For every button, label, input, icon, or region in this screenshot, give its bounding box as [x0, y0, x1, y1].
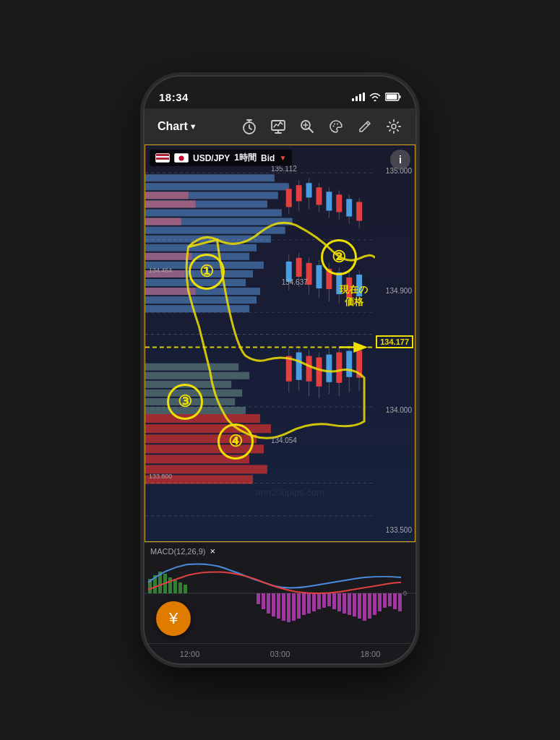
svg-rect-68 [316, 265, 322, 288]
svg-text:134.054: 134.054 [271, 436, 297, 444]
price-label-134637: 134.900 [378, 287, 412, 295]
svg-rect-137 [358, 593, 361, 619]
pencil-button[interactable] [352, 113, 378, 139]
svg-rect-116 [184, 585, 187, 593]
svg-text:134.464: 134.464 [149, 267, 172, 274]
timer-button[interactable] [236, 113, 262, 139]
current-price-value: 134.177 [380, 337, 409, 346]
phone-frame: 18:34 [145, 77, 415, 663]
svg-rect-11 [145, 183, 289, 190]
current-price-annotation: 現在の価格 [340, 284, 368, 309]
time-axis: 12:00 03:00 18:00 [145, 643, 415, 663]
status-icons [352, 92, 401, 101]
annotation-4: ④ [217, 423, 254, 460]
svg-rect-114 [173, 580, 177, 593]
chart-svg: 135.112 134.637 134.054 134.464 133.800 [145, 145, 375, 541]
fab-icon: ¥ [169, 609, 178, 628]
time-label-0300: 03:00 [270, 650, 290, 658]
svg-point-6 [333, 125, 335, 126]
svg-rect-82 [306, 356, 312, 382]
status-bar: 18:34 [145, 77, 415, 108]
svg-rect-127 [307, 593, 311, 614]
svg-rect-117 [257, 593, 260, 604]
watermark: ann200pips.com [256, 487, 324, 498]
svg-rect-39 [145, 424, 271, 433]
zoom-icon [299, 119, 315, 134]
flag-us-icon [155, 153, 170, 163]
svg-text:0: 0 [403, 590, 407, 597]
annotation-3-text: ③ [178, 392, 192, 411]
fab-yen-button[interactable]: ¥ [156, 601, 191, 636]
svg-rect-60 [356, 202, 362, 220]
symbol-timeframe: 1時間 [234, 152, 257, 164]
palette-button[interactable] [323, 113, 349, 139]
svg-rect-58 [346, 199, 352, 216]
timer-icon [241, 119, 257, 134]
svg-rect-129 [317, 593, 321, 609]
svg-rect-2 [387, 95, 397, 100]
svg-rect-46 [286, 189, 292, 207]
svg-rect-123 [287, 593, 290, 622]
zoom-button[interactable] [294, 113, 320, 139]
main-chart[interactable]: USD/JPY 1時間 Bid ▼ i [145, 145, 415, 542]
svg-rect-113 [168, 577, 172, 593]
svg-rect-140 [373, 593, 376, 615]
symbol-pair: USD/JPY [193, 153, 230, 163]
svg-rect-33 [145, 372, 249, 379]
svg-rect-1 [400, 95, 401, 98]
svg-rect-125 [297, 593, 301, 619]
annotation-3: ③ [167, 384, 203, 420]
chart-label-text: Chart [158, 120, 188, 133]
svg-rect-50 [306, 183, 312, 197]
symbol-header[interactable]: USD/JPY 1時間 Bid ▼ [150, 150, 292, 166]
monitor-button[interactable] [265, 113, 291, 139]
macd-label-text: MACD(12,26,9) [150, 547, 205, 556]
annotation-2: ② [321, 239, 357, 275]
annotation-1: ① [189, 254, 225, 290]
svg-rect-38 [145, 414, 260, 423]
pencil-icon [357, 119, 373, 134]
svg-rect-21 [145, 244, 257, 251]
macd-close-button[interactable]: × [210, 546, 215, 556]
svg-rect-27 [145, 296, 257, 304]
chart-canvas: 135.112 134.637 134.054 134.464 133.800 … [145, 145, 375, 541]
svg-rect-19 [145, 200, 196, 207]
svg-text:133.800: 133.800 [149, 472, 172, 479]
signal-bars-icon [352, 92, 365, 101]
svg-rect-28 [145, 305, 249, 312]
time-label-1200: 12:00 [180, 650, 200, 658]
battery-icon [385, 92, 401, 101]
svg-rect-135 [348, 593, 351, 615]
svg-rect-128 [312, 593, 316, 611]
svg-rect-84 [316, 358, 322, 387]
monitor-icon [270, 119, 286, 134]
info-button[interactable]: i [390, 150, 410, 170]
svg-rect-29 [145, 253, 192, 260]
svg-rect-90 [346, 351, 352, 377]
toolbar: Chart ▼ [145, 108, 415, 145]
macd-label: MACD(12,26,9) × [150, 546, 215, 556]
gear-icon [386, 119, 402, 134]
svg-point-9 [392, 124, 396, 129]
svg-rect-115 [178, 582, 182, 593]
svg-rect-139 [368, 593, 371, 619]
svg-rect-18 [145, 192, 189, 199]
svg-rect-64 [296, 258, 302, 277]
svg-rect-20 [145, 218, 181, 225]
chart-menu-button[interactable]: Chart ▼ [153, 116, 202, 137]
svg-rect-54 [326, 192, 332, 210]
annotation-4-text: ④ [228, 432, 243, 451]
settings-button[interactable] [381, 113, 407, 139]
svg-rect-86 [326, 355, 332, 382]
chart-dropdown-icon: ▼ [189, 122, 197, 131]
svg-rect-133 [337, 593, 341, 611]
symbol-dropdown-icon[interactable]: ▼ [279, 154, 286, 162]
svg-rect-138 [363, 593, 366, 621]
current-price-box: 134.177 [376, 335, 413, 348]
svg-rect-88 [336, 353, 342, 383]
svg-text:134.637: 134.637 [282, 278, 308, 286]
svg-rect-122 [282, 593, 285, 621]
svg-rect-48 [296, 185, 302, 201]
svg-rect-136 [353, 593, 356, 616]
svg-rect-131 [327, 593, 331, 606]
